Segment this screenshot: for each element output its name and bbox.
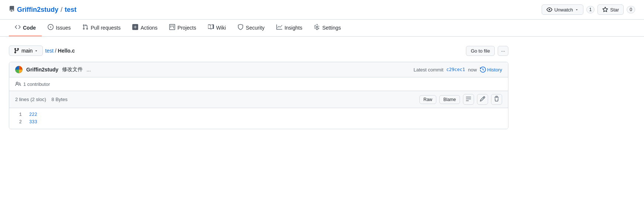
file-box: Griffin2study 修改文件 ... Latest commit c29…	[9, 62, 508, 129]
line-number-2: 2	[9, 118, 28, 126]
top-bar: Griffin2study / test Unwatch 1 Star 0	[0, 0, 644, 20]
contributors-text: 1 contributor	[23, 81, 50, 87]
tab-wiki[interactable]: Wiki	[202, 20, 232, 36]
breadcrumb-row: main test / Hello.c Go to file ···	[9, 46, 508, 56]
breadcrumb-separator: /	[55, 48, 58, 54]
star-count: 0	[627, 6, 635, 13]
commit-hash-link[interactable]: c29cec1	[446, 67, 465, 72]
tab-settings[interactable]: Settings	[308, 20, 347, 36]
commit-message: 修改文件	[62, 66, 83, 73]
edit-button[interactable]	[477, 94, 488, 105]
main-content: main test / Hello.c Go to file ··· Gr	[0, 37, 517, 129]
settings-icon	[314, 24, 320, 31]
line-number-1: 1	[9, 111, 28, 118]
tab-projects[interactable]: Projects	[163, 20, 202, 36]
file-meta: 2 lines (2 sloc) 8 Bytes	[15, 97, 68, 102]
star-button[interactable]: Star	[597, 4, 624, 15]
go-to-file-button[interactable]: Go to file	[466, 46, 495, 56]
nav-tabs: Code Issues Pull requests Actions Projec…	[0, 20, 644, 37]
file-size: 8 Bytes	[51, 97, 67, 102]
repo-icon	[9, 6, 15, 13]
issues-icon	[48, 24, 54, 31]
more-options-icon: ···	[501, 48, 505, 54]
title-separator: /	[61, 6, 62, 14]
tab-issues-label: Issues	[56, 25, 71, 31]
commit-time: now	[468, 67, 477, 73]
history-label: History	[487, 67, 502, 73]
tab-security[interactable]: Security	[232, 20, 270, 36]
tab-issues[interactable]: Issues	[42, 20, 76, 36]
unwatch-button[interactable]: Unwatch	[542, 4, 583, 15]
tab-pull-requests[interactable]: Pull requests	[76, 20, 126, 36]
line-content-2: 333	[28, 118, 37, 126]
tab-projects-label: Projects	[177, 25, 196, 31]
commit-author: Griffin2study	[26, 67, 58, 73]
tab-settings-label: Settings	[322, 25, 341, 31]
repo-name-link[interactable]: test	[65, 6, 76, 14]
repo-title: Griffin2study / test	[9, 6, 76, 14]
tab-wiki-label: Wiki	[216, 25, 226, 31]
unwatch-label: Unwatch	[554, 7, 573, 13]
pr-icon	[82, 24, 88, 31]
org-name-link[interactable]: Griffin2study	[17, 6, 58, 14]
tab-insights[interactable]: Insights	[270, 20, 308, 36]
commit-left: Griffin2study 修改文件 ...	[15, 66, 91, 73]
tab-actions[interactable]: Actions	[126, 20, 163, 36]
star-label: Star	[610, 7, 619, 13]
commit-dots: ...	[86, 67, 91, 73]
tab-insights-label: Insights	[284, 25, 302, 31]
line-content-1: 222	[28, 111, 37, 118]
avatar	[15, 66, 23, 73]
latest-commit-label: Latest commit	[413, 67, 443, 73]
top-actions: Unwatch 1 Star 0	[542, 4, 635, 15]
delete-button[interactable]	[491, 94, 502, 105]
actions-icon	[132, 24, 138, 31]
file-lines: 2 lines (2 sloc)	[15, 97, 46, 102]
tab-pr-label: Pull requests	[91, 25, 120, 31]
projects-icon	[169, 24, 175, 31]
commit-right: Latest commit c29cec1 now History	[413, 67, 502, 73]
wiki-icon	[208, 24, 214, 31]
breadcrumb-root-link[interactable]: test	[45, 48, 54, 54]
tab-actions-label: Actions	[140, 25, 157, 31]
raw-button[interactable]: Raw	[419, 95, 436, 104]
code-icon	[15, 24, 21, 31]
history-link[interactable]: History	[480, 67, 502, 73]
breadcrumb: main test / Hello.c	[9, 46, 75, 56]
contributors-icon	[15, 81, 21, 87]
display-mode-button[interactable]	[463, 94, 474, 105]
contributors-bar: 1 contributor	[9, 77, 508, 91]
tab-code-label: Code	[23, 25, 36, 31]
branch-selector[interactable]: main	[9, 46, 43, 56]
breadcrumb-actions: Go to file ···	[466, 46, 508, 56]
code-line-1: 1 222	[9, 111, 508, 118]
unwatch-count: 1	[586, 6, 595, 13]
more-options-button[interactable]: ···	[498, 46, 508, 56]
tab-security-label: Security	[246, 25, 265, 31]
breadcrumb-filename: Hello.c	[58, 48, 75, 54]
breadcrumb-path: test / Hello.c	[45, 48, 75, 54]
insights-icon	[276, 24, 282, 31]
commit-bar: Griffin2study 修改文件 ... Latest commit c29…	[9, 62, 508, 77]
file-actions: Raw Blame	[419, 94, 502, 105]
code-line-2: 2 333	[9, 118, 508, 126]
file-meta-sep	[47, 97, 50, 102]
branch-name: main	[21, 48, 33, 54]
code-area: 1 222 2 333	[9, 108, 508, 129]
file-header: 2 lines (2 sloc) 8 Bytes Raw Blame	[9, 91, 508, 108]
tab-code[interactable]: Code	[9, 20, 42, 36]
security-icon	[238, 24, 243, 31]
blame-button[interactable]: Blame	[439, 95, 460, 104]
